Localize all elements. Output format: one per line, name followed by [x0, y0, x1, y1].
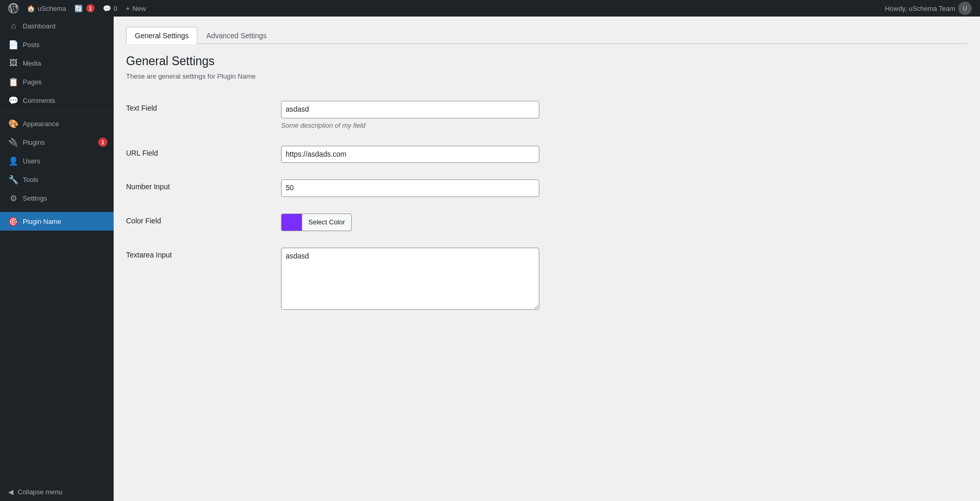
- appearance-icon: 🎨: [8, 118, 19, 129]
- sidebar-item-plugins[interactable]: 🔌 Plugins 1: [0, 133, 114, 151]
- comments-button[interactable]: 💬 0: [99, 0, 121, 17]
- collapse-label: Collapse menu: [18, 488, 63, 496]
- sidebar-item-label: Pages: [23, 78, 107, 86]
- textarea-input-row: Textarea Input asdasd: [126, 239, 968, 320]
- text-field-row: Text Field Some description of my field: [126, 93, 968, 138]
- posts-icon: 📄: [8, 39, 19, 50]
- text-field-description: Some description of my field: [281, 122, 968, 129]
- sidebar-item-pages[interactable]: 📋 Pages: [0, 72, 114, 91]
- main-content: General Settings Advanced Settings Gener…: [114, 17, 980, 501]
- sidebar-item-label: Plugins: [23, 139, 94, 146]
- user-avatar: U: [958, 2, 972, 15]
- number-input-label: Number Input: [126, 179, 281, 191]
- pages-icon: 📋: [8, 77, 19, 87]
- sidebar-item-label: Comments: [23, 97, 107, 104]
- section-description: These are general settings for Plugin Na…: [126, 72, 968, 80]
- greeting-text: Howdy, uSchema Team: [885, 5, 955, 12]
- tab-general[interactable]: General Settings: [126, 27, 197, 44]
- sidebar-item-settings[interactable]: ⚙ Settings: [0, 189, 114, 207]
- url-field-container: [281, 146, 968, 163]
- textarea-input-label: Textarea Input: [126, 248, 281, 259]
- updates-icon: 🔄: [74, 5, 83, 12]
- number-input-container: [281, 179, 968, 197]
- sidebar-item-label: Posts: [23, 41, 107, 49]
- sidebar-item-users[interactable]: 👤 Users: [0, 151, 114, 170]
- number-input-field[interactable]: [281, 179, 539, 197]
- url-field-input[interactable]: [281, 146, 539, 163]
- sidebar-item-media[interactable]: 🖼 Media: [0, 54, 114, 72]
- sidebar-item-plugin-name[interactable]: 🎯 Plugin Name: [0, 212, 114, 231]
- sidebar-item-label: Dashboard: [23, 22, 107, 30]
- plugins-badge: 1: [98, 138, 107, 147]
- plugins-icon: 🔌: [8, 137, 19, 147]
- color-picker-wrapper: Select Color: [281, 214, 968, 231]
- tools-icon: 🔧: [8, 174, 19, 185]
- wp-logo-icon: [8, 3, 19, 13]
- sidebar-item-tools[interactable]: 🔧 Tools: [0, 170, 114, 189]
- sidebar-item-label: Plugin Name: [23, 218, 107, 225]
- admin-bar: 🏠 uSchema 🔄 1 💬 0 + New Howdy, uSchema T…: [0, 0, 980, 17]
- site-name-button[interactable]: 🏠 uSchema: [23, 0, 70, 17]
- comments-count: 0: [114, 5, 117, 12]
- text-field-container: Some description of my field: [281, 101, 968, 129]
- user-greeting: Howdy, uSchema Team U: [885, 2, 976, 15]
- home-icon: 🏠: [27, 5, 35, 12]
- media-icon: 🖼: [8, 58, 19, 68]
- color-field-container: Select Color: [281, 214, 968, 231]
- site-name-label: uSchema: [38, 5, 66, 12]
- dashboard-icon: ⌂: [8, 21, 19, 31]
- textarea-input-field[interactable]: asdasd: [281, 248, 539, 310]
- sidebar-item-label: Appearance: [23, 120, 107, 128]
- users-icon: 👤: [8, 156, 19, 166]
- select-color-button[interactable]: Select Color: [302, 214, 352, 231]
- collapse-menu-button[interactable]: ◀ Collapse menu: [0, 483, 114, 501]
- settings-tabs: General Settings Advanced Settings: [126, 27, 968, 44]
- color-swatch[interactable]: [281, 214, 302, 231]
- number-input-row: Number Input: [126, 171, 968, 205]
- color-field-row: Color Field Select Color: [126, 205, 968, 239]
- text-field-label: Text Field: [126, 101, 281, 112]
- wp-logo-button[interactable]: [4, 0, 23, 17]
- sidebar-item-dashboard[interactable]: ⌂ Dashboard: [0, 17, 114, 35]
- settings-icon: ⚙: [8, 193, 19, 203]
- sidebar-item-label: Settings: [23, 194, 107, 202]
- settings-fields: Text Field Some description of my field …: [126, 93, 968, 320]
- sidebar-item-appearance[interactable]: 🎨 Appearance: [0, 114, 114, 133]
- section-title: General Settings: [126, 54, 968, 68]
- new-label: New: [132, 5, 146, 12]
- updates-button[interactable]: 🔄 1: [70, 0, 99, 17]
- collapse-icon: ◀: [8, 488, 13, 496]
- color-field-label: Color Field: [126, 214, 281, 225]
- sidebar-item-label: Media: [23, 59, 107, 67]
- text-field-input[interactable]: [281, 101, 539, 118]
- new-content-button[interactable]: + New: [121, 0, 150, 17]
- url-field-label: URL Field: [126, 146, 281, 157]
- updates-badge: 1: [86, 4, 95, 12]
- comments-icon: 💬: [103, 5, 111, 12]
- sidebar-item-label: Tools: [23, 176, 107, 184]
- comments-nav-icon: 💬: [8, 95, 19, 105]
- tab-advanced[interactable]: Advanced Settings: [197, 27, 275, 44]
- sidebar-item-comments[interactable]: 💬 Comments: [0, 91, 114, 110]
- plus-icon: +: [126, 4, 130, 12]
- plugin-name-icon: 🎯: [8, 216, 19, 226]
- textarea-input-container: asdasd: [281, 248, 968, 311]
- sidebar-item-posts[interactable]: 📄 Posts: [0, 35, 114, 54]
- url-field-row: URL Field: [126, 138, 968, 172]
- sidebar: ⌂ Dashboard 📄 Posts 🖼 Media 📋 Pages 💬 Co…: [0, 17, 114, 501]
- sidebar-item-label: Users: [23, 157, 107, 165]
